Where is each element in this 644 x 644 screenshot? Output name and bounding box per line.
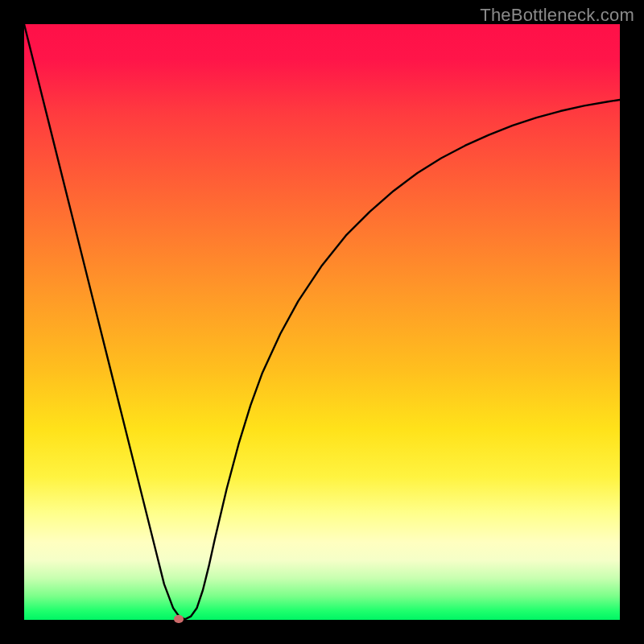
minimum-marker <box>174 615 184 623</box>
curve-path <box>24 24 620 619</box>
curve-svg <box>24 24 620 620</box>
plot-area <box>24 24 620 620</box>
chart-frame: TheBottleneck.com <box>0 0 644 644</box>
watermark-text: TheBottleneck.com <box>480 5 634 26</box>
